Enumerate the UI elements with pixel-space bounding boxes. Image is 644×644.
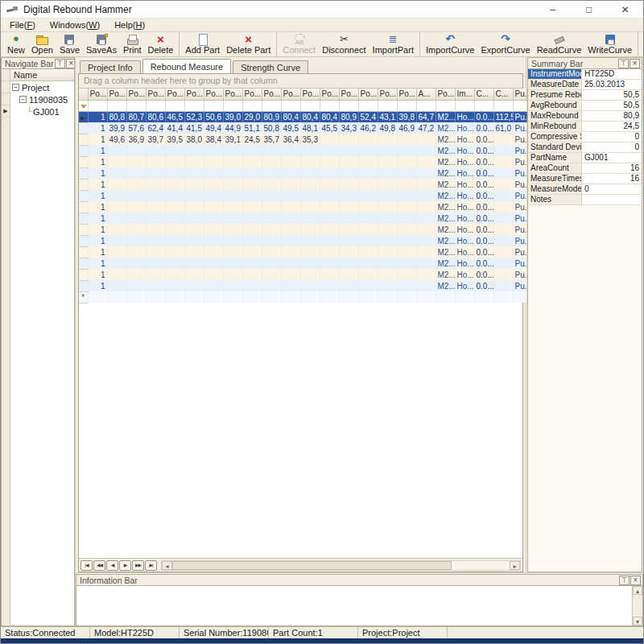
row-indicator[interactable]	[79, 145, 88, 156]
grid-cell[interactable]	[378, 235, 397, 246]
grid-cell[interactable]: Ho...	[455, 156, 474, 167]
grid-cell[interactable]	[397, 145, 416, 156]
nav-prev-button[interactable]: ◀	[106, 560, 118, 571]
scroll-left-icon[interactable]: ◂	[162, 561, 172, 570]
grid-cell[interactable]: 35,3	[300, 134, 320, 145]
grid-cell[interactable]: 0.0...	[474, 269, 493, 280]
summary-field-value[interactable]: 80,9	[582, 111, 642, 121]
grid-cell[interactable]: Pu...	[513, 258, 526, 269]
grid-cell[interactable]: M2...	[436, 122, 455, 134]
grid-cell[interactable]	[107, 291, 126, 303]
grid-cell[interactable]	[416, 269, 436, 280]
filter-cell[interactable]	[281, 100, 300, 111]
column-header[interactable]: Po...	[436, 89, 455, 100]
grid-cell[interactable]	[165, 201, 184, 213]
filter-cell[interactable]	[455, 100, 474, 111]
grid-cell[interactable]: 1	[88, 235, 107, 246]
tab-project-info[interactable]: Project Info	[80, 60, 141, 73]
grid-cell[interactable]	[126, 280, 146, 291]
grid-cell[interactable]	[397, 213, 416, 224]
grid-cell[interactable]	[339, 156, 358, 167]
grid-cell[interactable]	[242, 235, 262, 246]
grid-cell[interactable]: 39,0	[223, 111, 242, 122]
grid-cell[interactable]	[126, 213, 146, 224]
grid-cell[interactable]: 35,7	[262, 134, 281, 145]
grid-cell[interactable]	[378, 156, 397, 167]
grid-cell[interactable]	[320, 280, 339, 291]
grid-cell[interactable]: Pu...	[513, 280, 526, 291]
column-header[interactable]: Po...	[358, 89, 378, 100]
grid-cell[interactable]	[165, 179, 184, 190]
row-indicator[interactable]	[79, 201, 88, 213]
grid-cell[interactable]	[126, 258, 146, 269]
grid-cell[interactable]	[204, 190, 223, 201]
nav-next-page-button[interactable]: ▶▶	[132, 560, 144, 571]
pin-icon[interactable]	[618, 59, 629, 68]
grid-cell[interactable]: M2...	[436, 224, 455, 235]
grid-cell[interactable]	[300, 269, 320, 280]
grid-cell[interactable]	[339, 235, 358, 246]
grid-cell[interactable]	[358, 145, 378, 156]
grid-cell[interactable]: Pu...	[513, 111, 526, 122]
grid-cell[interactable]	[358, 224, 378, 235]
grid-cell[interactable]	[397, 167, 416, 179]
grid-cell[interactable]: Ho...	[455, 111, 474, 122]
grid-cell[interactable]: Ho...	[455, 235, 474, 246]
grid-cell[interactable]	[281, 145, 300, 156]
grid-cell[interactable]	[165, 280, 184, 291]
grid-cell[interactable]: M2...	[436, 269, 455, 280]
collapse-icon[interactable]	[12, 84, 19, 91]
grid-cell[interactable]	[493, 190, 513, 201]
grid-cell[interactable]	[281, 291, 300, 303]
grid-cell[interactable]: 39,5	[165, 134, 184, 145]
grid-cell[interactable]	[300, 201, 320, 213]
grid-cell[interactable]	[300, 224, 320, 235]
grid-cell[interactable]: 1	[88, 167, 107, 179]
grid-cell[interactable]	[378, 224, 397, 235]
grid-cell[interactable]	[339, 145, 358, 156]
grid-cell[interactable]	[165, 156, 184, 167]
grid-cell[interactable]: 0.0...	[474, 213, 493, 224]
grid-cell[interactable]	[358, 134, 378, 145]
grid-cell[interactable]: 80,4	[281, 111, 300, 122]
filter-cell[interactable]	[339, 100, 358, 111]
grid-cell[interactable]	[320, 156, 339, 167]
grid-cell[interactable]	[107, 179, 126, 190]
grid-cell[interactable]: 41,4	[165, 122, 184, 134]
grid-cell[interactable]: Ho...	[455, 201, 474, 213]
grid-cell[interactable]	[358, 201, 378, 213]
grid-cell[interactable]	[126, 145, 146, 156]
grid-cell[interactable]	[146, 258, 165, 269]
grid-cell[interactable]	[107, 280, 126, 291]
grid-cell[interactable]	[397, 280, 416, 291]
grid-cell[interactable]: Ho...	[455, 190, 474, 201]
column-header[interactable]: Po...	[281, 89, 300, 100]
grid-cell[interactable]: 1	[88, 280, 107, 291]
grid-cell[interactable]	[204, 224, 223, 235]
grid-cell[interactable]	[416, 156, 436, 167]
grid-cell[interactable]	[339, 190, 358, 201]
grid-cell[interactable]	[126, 235, 146, 246]
grid-cell[interactable]	[281, 235, 300, 246]
grid-cell[interactable]	[281, 201, 300, 213]
importpart-button[interactable]: ImportPart	[369, 32, 417, 56]
grid-cell[interactable]	[262, 190, 281, 201]
column-header[interactable]: Po...	[184, 89, 204, 100]
grid-cell[interactable]: 80,9	[339, 111, 358, 122]
row-indicator[interactable]	[79, 280, 88, 291]
column-header[interactable]: A...	[416, 89, 436, 100]
grid-cell[interactable]	[146, 167, 165, 179]
grid-cell[interactable]: 0.0...	[474, 111, 493, 122]
print-button[interactable]: Print	[120, 32, 145, 56]
column-header[interactable]: C...	[493, 89, 513, 100]
grid-cell[interactable]: 0.0...	[474, 258, 493, 269]
grid-cell[interactable]: 45,5	[320, 122, 339, 134]
grid-cell[interactable]	[416, 201, 436, 213]
grid-cell[interactable]	[184, 213, 204, 224]
minimize-button[interactable]: –	[535, 1, 571, 18]
grid-cell[interactable]: M2...	[436, 156, 455, 167]
grid-cell[interactable]	[223, 167, 242, 179]
grid-cell[interactable]	[184, 280, 204, 291]
grid-cell[interactable]	[107, 246, 126, 258]
grid-cell[interactable]	[126, 179, 146, 190]
